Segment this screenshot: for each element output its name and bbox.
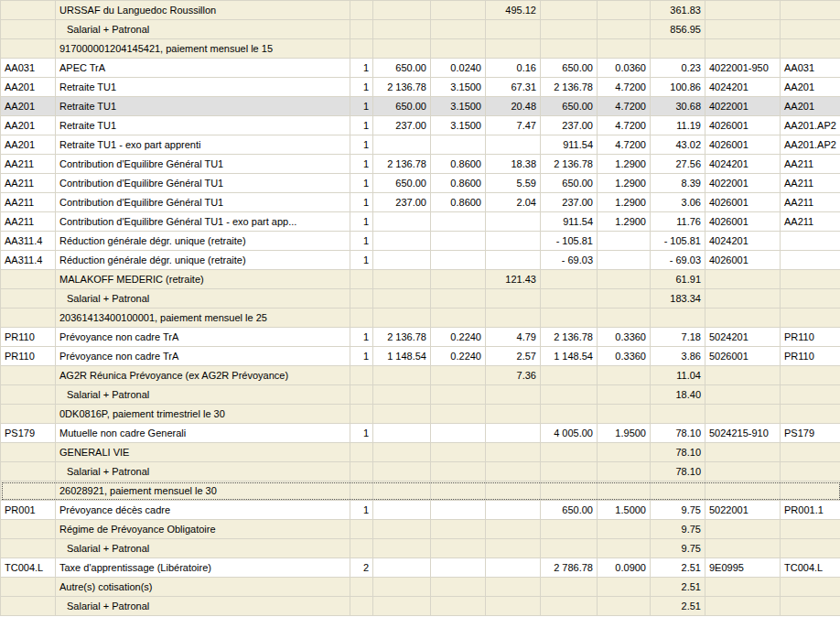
cell-employer-amount[interactable]: 78.10 (651, 443, 705, 462)
cell-employee-amount[interactable]: 2.57 (486, 347, 541, 366)
cell-count[interactable] (350, 308, 373, 328)
cell-employer-base[interactable]: 4 005.00 (541, 424, 598, 443)
cell-employer-base[interactable] (541, 578, 598, 597)
cell-employer-amount[interactable]: 2.51 (651, 578, 705, 597)
table-row[interactable]: PR110Prévoyance non cadre TrA11 148.540.… (1, 347, 840, 366)
cell-code2[interactable]: AA031 (781, 59, 840, 78)
cell-code[interactable] (1, 443, 56, 462)
cell-employee-amount[interactable]: 5.59 (486, 174, 541, 193)
cell-count[interactable]: 1 (350, 251, 373, 270)
cell-label[interactable]: 20361413400100001, paiement mensuel le 2… (56, 308, 350, 328)
cell-employer-rate[interactable]: 0.3360 (598, 347, 651, 366)
cell-employer-base[interactable]: 650.00 (541, 59, 598, 78)
cell-code2[interactable]: PR110 (781, 347, 840, 366)
cell-label[interactable]: Réduction générale dégr. unique (retrait… (56, 251, 350, 270)
cell-count[interactable]: 1 (350, 155, 373, 174)
cell-employer-base[interactable]: 2 136.78 (541, 328, 598, 347)
cell-label[interactable]: 26028921, paiement mensuel le 30 (56, 482, 350, 501)
cell-count[interactable]: 1 (350, 135, 373, 155)
cell-code[interactable]: AA311.4 (1, 251, 56, 270)
table-row[interactable]: Autre(s) cotisation(s)2.51 (1, 578, 840, 597)
cell-code[interactable] (1, 597, 56, 616)
table-row[interactable]: Régime de Prévoyance Obligatoire9.75 (1, 520, 840, 539)
cell-label[interactable]: 917000001204145421, paiement mensuel le … (56, 39, 350, 59)
cell-employer-rate[interactable]: 4.7200 (598, 116, 651, 135)
cell-count[interactable]: 1 (350, 501, 373, 520)
cell-account[interactable]: 5024201 (705, 328, 781, 347)
table-row[interactable]: PR110Prévoyance non cadre TrA12 136.780.… (1, 328, 840, 347)
cell-label[interactable]: MALAKOFF MEDERIC (retraite) (56, 270, 350, 289)
cell-account[interactable] (705, 482, 781, 501)
cell-employee-base[interactable] (373, 232, 431, 251)
cell-employer-base[interactable]: 650.00 (541, 97, 598, 116)
cell-employer-base[interactable] (541, 39, 598, 59)
cell-employer-amount[interactable]: 9.75 (651, 501, 705, 520)
table-row[interactable]: MALAKOFF MEDERIC (retraite)121.4361.91 (1, 270, 840, 289)
cell-code[interactable] (1, 578, 56, 597)
cell-employer-rate[interactable] (598, 308, 651, 328)
cell-code[interactable]: AA211 (1, 174, 56, 193)
cell-count[interactable] (350, 462, 373, 482)
cell-label[interactable]: Régime de Prévoyance Obligatoire (56, 520, 350, 539)
table-row[interactable]: 26028921, paiement mensuel le 30 (1, 482, 840, 501)
cell-code[interactable]: AA211 (1, 193, 56, 212)
cell-employee-amount[interactable] (486, 308, 541, 328)
cell-employer-amount[interactable]: 183.34 (651, 289, 705, 308)
cell-employee-rate[interactable] (431, 558, 486, 578)
cell-account[interactable]: 5022001 (705, 501, 781, 520)
cell-employee-base[interactable]: 650.00 (373, 174, 431, 193)
cell-employer-amount[interactable]: 3.86 (651, 347, 705, 366)
cell-employer-rate[interactable] (598, 539, 651, 558)
cell-employee-base[interactable] (373, 520, 431, 539)
cell-label[interactable]: Salarial + Patronal (56, 462, 350, 482)
table-row[interactable]: AA201Retraite TU1 - exo part apprenti191… (1, 135, 840, 155)
cell-employer-base[interactable]: 2 786.78 (541, 558, 598, 578)
cell-employer-base[interactable]: - 105.81 (541, 232, 598, 251)
cell-account[interactable]: 4026001 (705, 135, 781, 155)
cell-label[interactable]: Prévoyance non cadre TrA (56, 347, 350, 366)
cell-employee-base[interactable] (373, 405, 431, 424)
cell-employer-amount[interactable] (651, 482, 705, 501)
cell-employer-rate[interactable] (598, 251, 651, 270)
cell-employer-amount[interactable]: 11.19 (651, 116, 705, 135)
cell-employer-rate[interactable]: 1.5000 (598, 501, 651, 520)
cell-code[interactable]: TC004.L (1, 558, 56, 578)
cell-code[interactable] (1, 39, 56, 59)
cell-code2[interactable] (781, 20, 840, 39)
cell-employer-amount[interactable]: 361.83 (651, 1, 705, 20)
cell-employer-amount[interactable]: 8.39 (651, 174, 705, 193)
cell-account[interactable] (705, 597, 781, 616)
cell-label[interactable]: AG2R Réunica Prévoyance (ex AG2R Prévoya… (56, 366, 350, 385)
cell-employee-rate[interactable] (431, 443, 486, 462)
cell-code[interactable] (1, 289, 56, 308)
cell-label[interactable]: Salarial + Patronal (56, 597, 350, 616)
table-row[interactable]: TC004.LTaxe d'apprentissage (Libératoire… (1, 558, 840, 578)
cell-employee-base[interactable]: 237.00 (373, 116, 431, 135)
cell-code[interactable] (1, 366, 56, 385)
cell-employee-rate[interactable] (431, 135, 486, 155)
cell-employee-rate[interactable]: 0.2240 (431, 347, 486, 366)
cell-count[interactable] (350, 520, 373, 539)
cell-label[interactable]: URSSAF du Languedoc Roussillon (56, 1, 350, 20)
cell-employer-base[interactable] (541, 270, 598, 289)
cell-employer-rate[interactable] (598, 289, 651, 308)
cell-employee-base[interactable] (373, 578, 431, 597)
cell-employee-rate[interactable] (431, 520, 486, 539)
cell-employee-rate[interactable] (431, 1, 486, 20)
cell-employer-base[interactable] (541, 308, 598, 328)
cell-count[interactable]: 1 (350, 328, 373, 347)
cell-account[interactable]: 4022001-950 (705, 59, 781, 78)
cell-employee-base[interactable] (373, 443, 431, 462)
cell-code[interactable] (1, 405, 56, 424)
cell-employee-amount[interactable]: 121.43 (486, 270, 541, 289)
cell-employer-rate[interactable]: 1.2900 (598, 174, 651, 193)
cell-employee-rate[interactable] (431, 424, 486, 443)
cell-employer-rate[interactable] (598, 578, 651, 597)
cell-employee-base[interactable] (373, 270, 431, 289)
cell-count[interactable] (350, 597, 373, 616)
cell-employee-base[interactable] (373, 1, 431, 20)
cell-employee-amount[interactable]: 7.36 (486, 366, 541, 385)
cell-count[interactable] (350, 270, 373, 289)
cell-employer-amount[interactable]: 2.51 (651, 558, 705, 578)
cell-account[interactable] (705, 578, 781, 597)
